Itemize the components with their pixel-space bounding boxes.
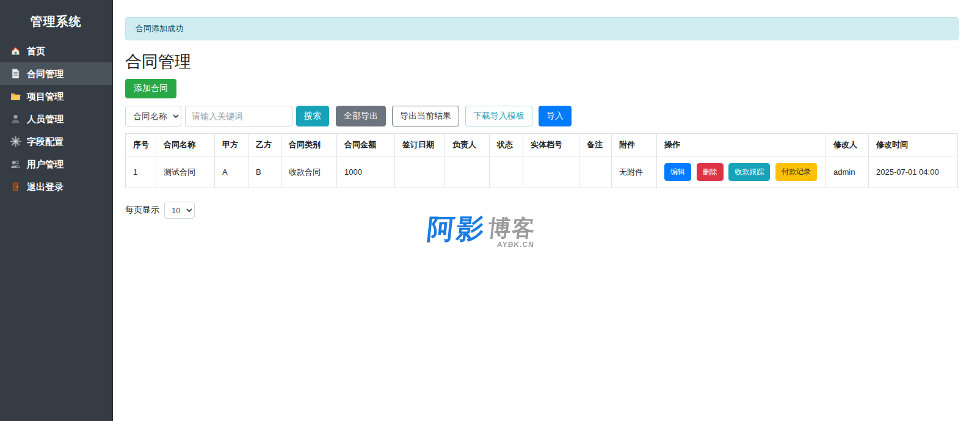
cell-owner — [445, 156, 490, 188]
col-amount: 合同金额 — [337, 134, 395, 156]
col-status: 状态 — [490, 134, 523, 156]
sidebar-item-logout[interactable]: 退出登录 — [0, 175, 112, 198]
success-alert: 合同添加成功 — [125, 17, 959, 40]
col-archive-no: 实体档号 — [523, 134, 579, 156]
cell-status — [490, 156, 523, 188]
col-index: 序号 — [126, 134, 156, 156]
add-contract-button[interactable]: 添加合同 — [125, 79, 176, 98]
watermark: 阿影 博客 AYBK.CN — [64, 215, 898, 249]
sidebar-item-projects[interactable]: 项目管理 — [0, 85, 112, 108]
col-modified-at: 修改时间 — [869, 134, 958, 156]
table-header-row: 序号 合同名称 甲方 乙方 合同类别 合同金额 签订日期 负责人 状态 实体档号… — [126, 134, 958, 156]
col-modified-by: 修改人 — [826, 134, 869, 156]
search-button[interactable]: 搜索 — [296, 106, 329, 126]
sidebar-item-home[interactable]: 首页 — [0, 40, 112, 62]
sidebar-item-fields[interactable]: 字段配置 — [0, 130, 112, 153]
users-icon — [10, 159, 21, 169]
col-sign-date: 签订日期 — [395, 134, 445, 156]
sidebar-item-label: 首页 — [27, 45, 45, 57]
cell-contract-name: 测试合同 — [156, 156, 215, 188]
folder-icon — [10, 91, 21, 101]
search-toolbar: 合同名称 搜索 全部导出 导出当前结果 下载导入模板 导入 — [125, 106, 959, 126]
sidebar-item-label: 项目管理 — [27, 90, 64, 102]
delete-button[interactable]: 删除 — [697, 163, 724, 181]
cell-sign-date — [395, 156, 445, 188]
filter-type-select[interactable]: 合同名称 — [125, 106, 181, 126]
document-icon — [10, 68, 21, 79]
cell-modified-at: 2025-07-01 04:00 — [869, 156, 958, 188]
home-icon — [10, 46, 21, 56]
cell-attachment: 无附件 — [612, 156, 657, 188]
brand-name-blue: 阿影 — [426, 215, 487, 243]
keyword-search-input[interactable] — [185, 106, 292, 126]
import-button[interactable]: 导入 — [539, 106, 572, 126]
export-current-button[interactable]: 导出当前结果 — [392, 106, 459, 126]
brand-domain: AYBK.CN — [496, 240, 534, 249]
col-actions: 操作 — [657, 134, 826, 156]
cell-actions: 编辑 删除 收款跟踪 付款记录 — [657, 156, 826, 188]
download-template-button[interactable]: 下载导入模板 — [465, 106, 532, 126]
person-icon — [10, 114, 21, 124]
table-row: 1 测试合同 A B 收款合同 1000 无附件 编辑 删除 收款跟踪 — [126, 156, 958, 188]
page-title: 合同管理 — [125, 51, 959, 73]
collection-tracking-button[interactable]: 收款跟踪 — [728, 163, 770, 181]
col-contract-name: 合同名称 — [156, 134, 215, 156]
main-content: 合同添加成功 合同管理 添加合同 合同名称 搜索 全部导出 导出当前结果 下载导… — [114, 0, 980, 249]
app-title: 管理系统 — [0, 0, 112, 40]
page-size-label: 每页显示 — [125, 205, 159, 216]
cell-party-a: A — [215, 156, 249, 188]
door-icon — [10, 181, 21, 192]
col-party-b: 乙方 — [249, 134, 281, 156]
col-category: 合同类别 — [281, 134, 337, 156]
brand-name-gray: 博客 — [487, 217, 537, 240]
edit-button[interactable]: 编辑 — [664, 163, 691, 181]
sidebar-item-label: 用户管理 — [27, 158, 64, 170]
sidebar-item-personnel[interactable]: 人员管理 — [0, 108, 112, 130]
sidebar: 管理系统 首页 合同管理 项目管理 人员管理 字段配置 用户管理 — [0, 0, 113, 421]
cell-archive-no — [523, 156, 579, 188]
cell-category: 收款合同 — [281, 156, 337, 188]
contracts-table: 序号 合同名称 甲方 乙方 合同类别 合同金额 签订日期 负责人 状态 实体档号… — [125, 133, 958, 188]
cell-modified-by: admin — [826, 156, 869, 188]
sidebar-item-label: 合同管理 — [27, 68, 64, 79]
cell-party-b: B — [249, 156, 281, 188]
sidebar-item-contracts[interactable]: 合同管理 — [0, 62, 112, 85]
sidebar-item-label: 退出登录 — [27, 181, 64, 192]
sidebar-item-label: 字段配置 — [27, 136, 64, 147]
sidebar-item-label: 人员管理 — [27, 113, 64, 125]
gear-icon — [10, 136, 21, 147]
payment-records-button[interactable]: 付款记录 — [775, 163, 817, 181]
col-owner: 负责人 — [445, 134, 490, 156]
sidebar-item-users[interactable]: 用户管理 — [0, 153, 112, 175]
cell-remark — [579, 156, 612, 188]
col-party-a: 甲方 — [215, 134, 249, 156]
export-all-button[interactable]: 全部导出 — [336, 106, 386, 126]
brand-logo: 阿影 博客 AYBK.CN — [425, 215, 537, 249]
col-attachment: 附件 — [612, 134, 657, 156]
cell-index: 1 — [126, 156, 156, 188]
col-remark: 备注 — [579, 134, 612, 156]
cell-amount: 1000 — [337, 156, 395, 188]
